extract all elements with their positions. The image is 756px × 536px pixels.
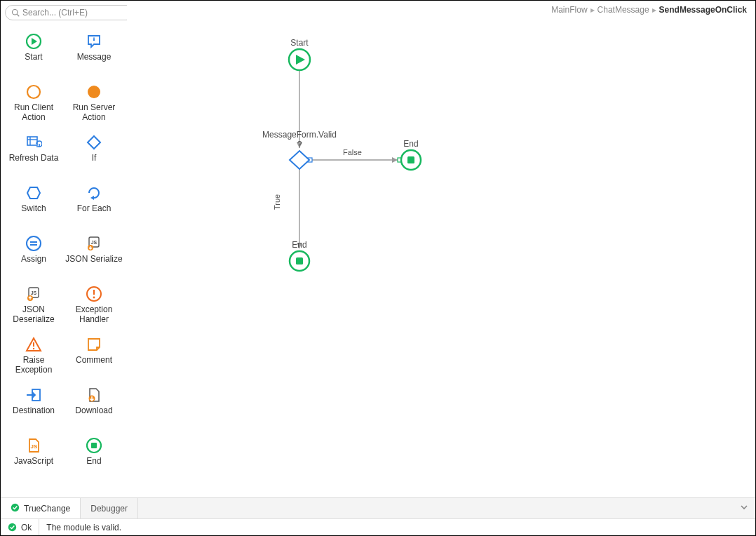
diamond-blue-icon bbox=[84, 133, 104, 152]
circle-solid-orange-icon bbox=[84, 82, 104, 102]
stop-circle-green-icon bbox=[84, 436, 104, 455]
tab-debugger[interactable]: Debugger bbox=[81, 498, 138, 518]
node-end-true[interactable]: End bbox=[290, 240, 309, 271]
node-if-label-2: ? bbox=[297, 140, 302, 149]
tool-label: Message bbox=[77, 53, 112, 62]
tab-truechange[interactable]: TrueChange bbox=[1, 498, 81, 518]
js-file-orange-icon: JS bbox=[24, 436, 43, 455]
toolbox-scroll[interactable]: StartMessageRun Client ActionRun Server … bbox=[1, 25, 127, 497]
svg-rect-31 bbox=[296, 257, 303, 264]
edge-true-label: True bbox=[273, 194, 281, 210]
tab-label: Debugger bbox=[90, 504, 128, 514]
tool-end[interactable]: End bbox=[64, 431, 124, 479]
flow-diagram: True False Start MessageForm.Valid ? End bbox=[127, 1, 755, 497]
svg-point-34 bbox=[11, 503, 19, 511]
tool-if[interactable]: If bbox=[64, 128, 124, 176]
svg-point-21 bbox=[93, 297, 95, 299]
tool-start[interactable]: Start bbox=[4, 27, 64, 75]
json-down-orange-icon: JS bbox=[84, 234, 104, 253]
cycle-blue-icon bbox=[84, 183, 104, 203]
tool-label: If bbox=[92, 154, 97, 163]
bottom-tabs: TrueChangeDebugger bbox=[1, 497, 755, 518]
svg-rect-7 bbox=[27, 137, 37, 145]
tool-json-ser[interactable]: JSJSON Serialize bbox=[64, 229, 124, 277]
status-message: The module is valid. bbox=[39, 523, 128, 532]
bang-circle-orange-icon bbox=[84, 284, 104, 304]
svg-point-0 bbox=[13, 10, 18, 15]
tool-label: For Each bbox=[77, 204, 112, 214]
tool-label: Start bbox=[25, 53, 42, 62]
tool-label: Download bbox=[75, 406, 112, 416]
tool-label: Assign bbox=[21, 255, 46, 264]
check-circle-green-icon bbox=[11, 503, 20, 514]
tool-label: Raise Exception bbox=[5, 356, 62, 375]
node-end-false[interactable]: End bbox=[401, 139, 421, 170]
tool-download[interactable]: Download bbox=[64, 381, 124, 429]
svg-text:JS: JS bbox=[31, 290, 37, 295]
tool-label: Destination bbox=[13, 406, 55, 416]
tool-label: JavaScript bbox=[14, 457, 53, 467]
tool-label: Switch bbox=[21, 204, 46, 214]
svg-point-3 bbox=[93, 39, 95, 41]
node-start[interactable]: Start bbox=[289, 38, 310, 70]
node-if-label-1: MessageForm.Valid bbox=[262, 130, 337, 140]
status-ok: Ok bbox=[1, 519, 39, 535]
tool-refresh-data[interactable]: Refresh Data bbox=[4, 128, 64, 176]
play-circle-green-icon bbox=[24, 32, 43, 51]
search-box[interactable] bbox=[5, 5, 134, 20]
table-refresh-blue-icon bbox=[24, 133, 43, 152]
tool-label: Exception Handler bbox=[65, 305, 123, 325]
json-up-orange-icon: JS bbox=[24, 284, 43, 304]
equals-circle-blue-icon bbox=[24, 234, 43, 253]
tool-javascript[interactable]: JSJavaScript bbox=[4, 431, 64, 479]
check-circle-icon bbox=[8, 523, 17, 532]
svg-text:JS: JS bbox=[31, 443, 38, 450]
file-download-orange-icon bbox=[84, 385, 104, 405]
tool-json-deser[interactable]: JSJSON Deserialize bbox=[4, 280, 64, 328]
tool-message[interactable]: Message bbox=[64, 27, 124, 75]
tool-switch[interactable]: Switch bbox=[4, 179, 64, 227]
tool-label: Refresh Data bbox=[9, 154, 59, 163]
tool-run-client[interactable]: Run Client Action bbox=[4, 78, 64, 126]
expand-panel-button[interactable] bbox=[740, 503, 748, 514]
tool-exc-handler[interactable]: Exception Handler bbox=[64, 280, 124, 328]
svg-rect-33 bbox=[407, 156, 414, 163]
tool-raise-exc[interactable]: Raise Exception bbox=[4, 330, 64, 378]
status-bar: Ok The module is valid. bbox=[1, 518, 755, 535]
circle-outline-orange-icon bbox=[24, 82, 43, 102]
node-start-label: Start bbox=[290, 38, 309, 48]
tool-label: End bbox=[86, 457, 101, 467]
svg-point-35 bbox=[8, 523, 16, 531]
node-end-true-label: End bbox=[292, 240, 306, 250]
tool-destination[interactable]: Destination bbox=[4, 381, 64, 429]
svg-text:JS: JS bbox=[91, 240, 97, 245]
search-input[interactable] bbox=[22, 8, 128, 18]
status-ok-label: Ok bbox=[21, 523, 32, 532]
tool-run-server[interactable]: Run Server Action bbox=[64, 78, 124, 126]
svg-point-23 bbox=[33, 348, 34, 349]
svg-line-1 bbox=[17, 14, 19, 16]
node-if[interactable]: MessageForm.Valid ? bbox=[262, 130, 337, 169]
svg-point-10 bbox=[27, 236, 41, 250]
tool-label: Comment bbox=[76, 356, 112, 366]
speech-bubble-blue-icon bbox=[84, 32, 104, 51]
arrow-into-blue-icon bbox=[24, 385, 43, 405]
tool-comment[interactable]: Comment bbox=[64, 330, 124, 378]
svg-point-6 bbox=[88, 86, 100, 98]
tool-label: Run Client Action bbox=[5, 103, 62, 123]
tool-assign[interactable]: Assign bbox=[4, 229, 64, 277]
node-end-false-label: End bbox=[403, 139, 418, 149]
tool-label: JSON Deserialize bbox=[5, 305, 62, 325]
chevron-down-icon bbox=[740, 503, 748, 511]
tool-label: JSON Serialize bbox=[65, 255, 122, 264]
warning-triangle-icon bbox=[24, 335, 43, 354]
svg-point-5 bbox=[27, 86, 40, 98]
toolbox-sidebar: StartMessageRun Client ActionRun Server … bbox=[1, 1, 127, 497]
tool-label: Run Server Action bbox=[65, 103, 123, 123]
tool-for-each[interactable]: For Each bbox=[64, 179, 124, 227]
flow-canvas[interactable]: MainFlow▸ChatMessage▸SendMessageOnClick … bbox=[127, 1, 755, 497]
sticky-note-orange-icon bbox=[84, 335, 104, 354]
search-icon bbox=[11, 8, 20, 17]
svg-rect-28 bbox=[91, 443, 97, 448]
edge-false-label: False bbox=[343, 148, 362, 156]
